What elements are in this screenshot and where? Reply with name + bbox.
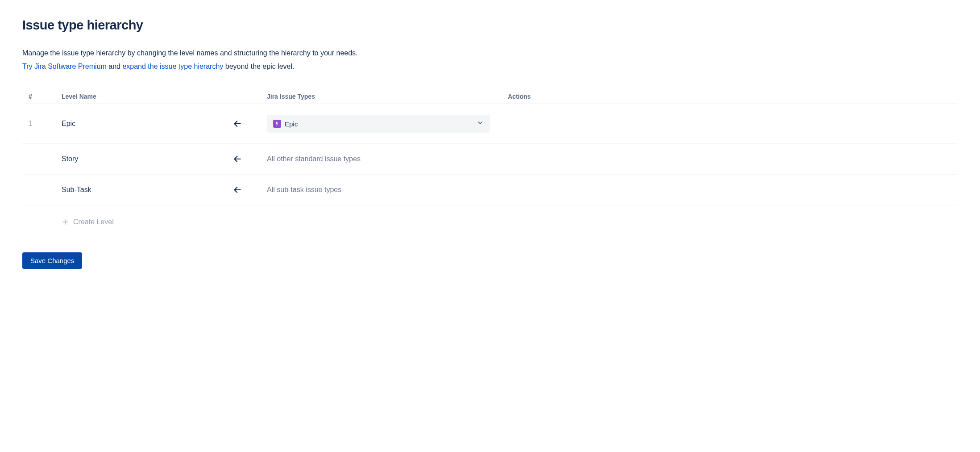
issue-type-cell: All other standard issue types: [263, 144, 504, 175]
arrow-left-icon: [233, 185, 242, 194]
level-name-cell: Story: [58, 144, 263, 175]
column-header-actions: Actions: [504, 88, 958, 104]
issue-type-text: All other standard issue types: [267, 155, 361, 163]
page-title: Issue type hierarchy: [22, 18, 958, 33]
save-button[interactable]: Save Changes: [22, 252, 82, 269]
arrow-left-icon: [233, 155, 242, 163]
description-premium-line: Try Jira Software Premium and expand the…: [22, 63, 958, 71]
column-header-types: Jira Issue Types: [263, 88, 504, 104]
level-name-text: Story: [62, 155, 78, 163]
issue-type-cell: Epic: [263, 104, 504, 144]
description-text: Manage the issue type hierarchy by chang…: [22, 48, 958, 58]
table-row: 1 Epic Epic: [22, 104, 958, 144]
create-level-label: Create Level: [73, 218, 114, 226]
row-number: [22, 175, 58, 205]
row-number: [22, 144, 58, 175]
create-level-row: Create Level: [22, 205, 958, 240]
epic-icon: [273, 120, 281, 128]
actions-cell: [504, 175, 958, 205]
issue-type-dropdown[interactable]: Epic: [267, 115, 490, 133]
expand-hierarchy-link[interactable]: expand the issue type hierarchy: [122, 63, 223, 70]
issue-type-cell: All sub-task issue types: [263, 175, 504, 205]
row-number: 1: [22, 104, 58, 144]
level-name-text: Sub-Task: [62, 186, 91, 194]
hierarchy-table: # Level Name Jira Issue Types Actions 1 …: [22, 88, 958, 240]
chevron-down-icon: [477, 119, 484, 128]
dropdown-label: Epic: [285, 120, 298, 128]
column-header-name: Level Name: [58, 88, 263, 104]
table-header-row: # Level Name Jira Issue Types Actions: [22, 88, 958, 104]
table-row: Story All other standard issue types: [22, 144, 958, 175]
actions-cell: [504, 104, 958, 144]
description-mid: and: [107, 63, 123, 70]
try-premium-link[interactable]: Try Jira Software Premium: [22, 63, 107, 70]
issue-type-text: All sub-task issue types: [267, 186, 341, 193]
create-level-button[interactable]: Create Level: [62, 218, 114, 226]
arrow-left-icon: [233, 119, 242, 128]
level-name-cell: Epic: [58, 104, 263, 144]
description-after: beyond the epic level.: [223, 63, 294, 70]
table-row: Sub-Task All sub-task issue types: [22, 175, 958, 205]
level-name-text: Epic: [62, 120, 75, 128]
actions-cell: [504, 144, 958, 175]
level-name-cell: Sub-Task: [58, 175, 263, 205]
plus-icon: [62, 218, 69, 226]
column-header-number: #: [22, 88, 58, 104]
